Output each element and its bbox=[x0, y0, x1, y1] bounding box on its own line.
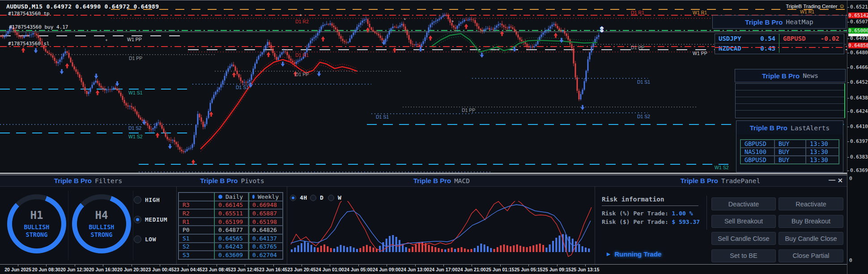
time-tick bbox=[500, 265, 501, 266]
time-label: 23 Jun 12:45 bbox=[231, 267, 259, 272]
time-tick bbox=[415, 265, 416, 266]
sell-breakout-button[interactable]: Sell Breakout bbox=[711, 215, 776, 228]
alert-action: BUY bbox=[774, 156, 806, 164]
reactivate-button[interactable]: Reactivate bbox=[779, 197, 843, 210]
price-axis[interactable]: 0.652150.651420.650750.650000.649350.648… bbox=[847, 0, 868, 274]
time-tick bbox=[358, 265, 359, 266]
time-label: 20 Jun 2025 bbox=[4, 267, 31, 272]
panel-divider bbox=[176, 186, 177, 264]
sl-line-overlay bbox=[715, 47, 844, 48]
heatmap-symbol: GBPUSD bbox=[783, 35, 806, 42]
time-tick bbox=[443, 265, 444, 266]
svg-text:D1 PP: D1 PP bbox=[129, 56, 142, 61]
time-tick bbox=[18, 265, 18, 266]
pivot-col-accent bbox=[214, 193, 215, 259]
trading-center-title: TripleB Trading Center ☺ bbox=[786, 3, 845, 9]
alert-action: BUY bbox=[774, 140, 806, 148]
axis-tick bbox=[847, 68, 849, 68]
time-label: 25 Jun 05:15 bbox=[515, 267, 543, 272]
symbol-ohlc-line: AUDUSD,M15 0.64972 0.64990 0.64972 0.649… bbox=[6, 3, 159, 10]
pane-splitter[interactable] bbox=[0, 173, 847, 174]
heatmap-cell bbox=[779, 43, 843, 53]
trading-terminal-window: ++++W1 R1W1 R1D1 R1D1 R2W1 PPW1 PPW1 PPD… bbox=[0, 0, 868, 274]
svg-text:D1 S1: D1 S1 bbox=[637, 79, 650, 85]
macd-tf-4h[interactable]: 4H bbox=[290, 194, 307, 201]
buy-candle-close-button[interactable]: Buy Candle Close bbox=[779, 232, 843, 245]
price-label: 0.64385 bbox=[850, 95, 868, 101]
radio-label: D bbox=[320, 194, 323, 201]
risk-divider bbox=[602, 206, 698, 206]
pane-splitter-shadow bbox=[0, 175, 847, 175]
price-marker: 0.65142 bbox=[848, 13, 868, 18]
pivot-weekly: 0.66948 bbox=[248, 201, 283, 210]
alert-time: 13:30 bbox=[806, 148, 839, 156]
smiley-icon: ☺ bbox=[839, 3, 845, 9]
gauge-divider bbox=[68, 191, 68, 260]
axis-tick bbox=[847, 171, 849, 171]
pivot-weekly: 0.62704 bbox=[248, 251, 283, 259]
panel-name-label: News bbox=[803, 72, 818, 79]
alert-time: 13:30 bbox=[806, 156, 839, 164]
risk-level-radio-high[interactable]: HIGH bbox=[134, 196, 160, 204]
radio-circle bbox=[328, 195, 334, 201]
set-to-be-button[interactable]: Set to BE bbox=[711, 249, 776, 262]
pivot-daily: 0.63609 bbox=[214, 251, 248, 259]
gauge-inner: H4BULLISHSTRONG bbox=[77, 199, 126, 248]
close-icon[interactable]: ✕ bbox=[838, 177, 843, 184]
axis-tick bbox=[847, 111, 849, 112]
svg-text:W1 S2: W1 S2 bbox=[715, 165, 729, 170]
news-panel-title: Triple B Pro News bbox=[735, 69, 846, 82]
time-label: 25 Jun 09:15 bbox=[543, 267, 571, 272]
risk-level-radio-medium[interactable]: MEDIUM bbox=[134, 216, 167, 223]
heatmap-cell: GBPUSD-0.02 bbox=[779, 34, 843, 43]
macd-zero-label: 0 bbox=[849, 176, 852, 181]
svg-text:D1 S2: D1 S2 bbox=[637, 114, 650, 119]
svg-text:W1 R1: W1 R1 bbox=[800, 9, 814, 14]
buy-breakout-button[interactable]: Buy Breakout bbox=[779, 215, 843, 228]
pivot-weekly: 0.65198 bbox=[248, 218, 283, 226]
sell-candle-close-button[interactable]: Sell Candle Close bbox=[711, 232, 776, 245]
price-label: 0.65215 bbox=[850, 4, 868, 10]
time-tick bbox=[330, 265, 330, 266]
panel-divider bbox=[287, 186, 287, 264]
time-tick bbox=[472, 265, 472, 266]
time-label: 24 Jun 09:00 bbox=[373, 267, 401, 272]
macd-tf-d[interactable]: D bbox=[310, 194, 323, 201]
macd-tf-w[interactable]: W bbox=[328, 194, 341, 201]
minimize-icon[interactable]: — bbox=[829, 176, 835, 184]
pivot-daily: 0.65511 bbox=[214, 209, 248, 218]
time-tick bbox=[188, 265, 188, 266]
svg-text:D1 S2: D1 S2 bbox=[128, 125, 141, 131]
pivot-daily: 0.66145 bbox=[214, 201, 248, 210]
time-label: 23 Jun 16:45 bbox=[259, 267, 287, 272]
pivot-weekly: 0.65887 bbox=[248, 209, 283, 218]
radio-label: HIGH bbox=[145, 197, 160, 203]
alert-symbol: GBPUSD bbox=[740, 156, 774, 164]
gauge-timeframe: H4 bbox=[95, 209, 108, 222]
order-label: #1787543560 sl bbox=[8, 41, 50, 47]
time-label: 25 Jun 01:15 bbox=[486, 267, 514, 272]
close-partial-button[interactable]: Close Partial bbox=[779, 249, 843, 262]
trend-gauge-h1: H1BULLISHSTRONG bbox=[7, 194, 66, 253]
time-tick bbox=[585, 265, 586, 266]
alert-time: 13:30 bbox=[806, 140, 839, 148]
price-label: 0.63690 bbox=[850, 167, 868, 173]
svg-text:W1 PP: W1 PP bbox=[693, 51, 707, 56]
radio-label: MEDIUM bbox=[145, 216, 167, 223]
macd-title: Triple B ProMACD bbox=[413, 177, 470, 184]
pivot-header-daily[interactable]: Daily bbox=[214, 193, 248, 201]
pivot-daily: 0.64877 bbox=[214, 226, 248, 234]
pivot-header-weekly[interactable]: Weekly bbox=[248, 193, 283, 201]
gauge-signal: BULLISH bbox=[89, 223, 115, 231]
time-tick bbox=[528, 265, 529, 266]
radio-circle bbox=[134, 196, 141, 204]
heatmap-panel-title: Triple B Pro HeatMap bbox=[712, 15, 846, 29]
alerts-panel-body: GBPUSDBUY13:30NAS100BUY13:30GBPUSDBUY13:… bbox=[736, 134, 843, 172]
risk-level-radio-low[interactable]: LOW bbox=[134, 235, 156, 243]
time-tick bbox=[557, 265, 557, 266]
time-label: 24 Jun 05:00 bbox=[344, 267, 372, 272]
time-axis[interactable]: 20 Jun 202520 Jun 08:3020 Jun 12:3020 Ju… bbox=[0, 264, 847, 274]
time-label: 24 Jun 21:00 bbox=[458, 267, 486, 272]
deactivate-button[interactable]: Deactivate bbox=[711, 197, 776, 210]
running-trade-row[interactable]: ▶ Running Trade bbox=[607, 250, 661, 258]
